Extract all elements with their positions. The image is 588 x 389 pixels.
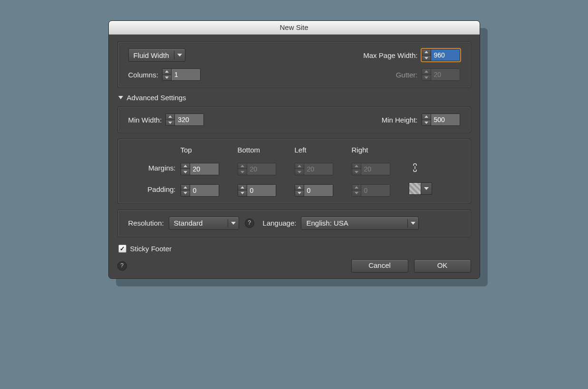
col-bottom: Bottom [238,146,295,154]
stepper-down-icon [352,169,361,175]
advanced-settings-label: Advanced Settings [127,94,186,102]
language-value: English: USA [306,219,348,227]
dialog-title: New Site [109,21,480,35]
stepper-down-icon[interactable] [163,75,171,81]
stepper-up-icon [238,163,247,169]
stepper-up-icon[interactable] [181,185,190,190]
padding-left-stepper[interactable] [295,184,333,197]
gutter-label: Gutter: [396,71,418,79]
swatch-icon [409,183,421,194]
stepper-up-icon[interactable] [181,163,190,169]
stepper-up-icon [422,69,431,75]
margin-bottom-input [247,163,276,175]
divider [174,51,174,59]
margin-top-input[interactable] [190,163,219,175]
padding-left-input[interactable] [304,185,333,196]
min-height-input[interactable] [431,114,460,125]
padding-top-stepper[interactable] [181,184,219,197]
padding-label: Padding: [128,185,181,193]
layout-panel: Fluid Width Max Page Width: Columns: [117,41,471,88]
advanced-settings-toggle[interactable]: Advanced Settings [118,94,471,102]
stepper-up-icon[interactable] [422,114,431,120]
min-width-label: Min Width: [128,116,162,124]
resolution-label: Resolution: [128,219,164,227]
margins-label: Margins: [128,164,181,172]
locale-panel: Resolution: Standard ? Language: English… [117,209,471,237]
sticky-footer-checkbox[interactable]: ✓ Sticky Footer [118,245,172,253]
stepper-down-icon [352,190,361,196]
gutter-stepper [422,68,460,81]
margin-right-stepper [352,163,390,175]
gutter-input [431,69,460,80]
chevron-down-icon [231,222,236,225]
divider [407,219,408,228]
padding-top-input[interactable] [190,185,219,196]
margin-left-input [304,163,333,175]
stepper-up-icon [352,185,361,190]
link-margins-icon[interactable] [409,161,421,174]
min-height-stepper[interactable] [422,114,460,126]
ok-button[interactable]: OK [414,259,471,273]
resolution-value: Standard [174,219,203,227]
min-height-label: Min Height: [382,116,418,124]
cancel-button[interactable]: Cancel [351,259,408,273]
max-page-width-input[interactable] [431,49,460,61]
stepper-up-icon[interactable] [163,69,171,75]
margin-bottom-stepper [238,163,276,175]
padding-right-stepper [352,184,390,197]
stepper-up-icon[interactable] [166,114,174,120]
new-site-dialog: New Site Fluid Width Max Page Width: [108,20,480,279]
stepper-up-icon[interactable] [238,185,247,190]
margins-panel: Top Bottom Left Right Margins: Padding: [117,139,471,204]
chevron-down-icon [424,187,429,190]
padding-bottom-input[interactable] [247,185,276,196]
language-label: Language: [263,219,297,227]
dialog-help-icon[interactable]: ? [117,261,127,271]
padding-fill-dropdown[interactable] [409,182,432,195]
sticky-footer-label: Sticky Footer [130,245,172,253]
min-width-input[interactable] [175,114,203,125]
stepper-up-icon[interactable] [295,185,304,190]
margin-right-input [361,163,390,175]
stepper-down-icon[interactable] [238,190,247,196]
stepper-down-icon [238,169,247,175]
stepper-down-icon [295,169,304,175]
stepper-down-icon [422,75,431,81]
columns-stepper[interactable] [162,68,201,81]
stepper-down-icon[interactable] [181,169,190,175]
padding-bottom-stepper[interactable] [238,184,276,197]
stepper-down-icon[interactable] [181,190,190,196]
language-dropdown[interactable]: English: USA [301,217,419,230]
checkbox-icon: ✓ [118,245,126,253]
triangle-down-icon [118,96,123,99]
advanced-panel: Min Width: Min Height: [117,106,471,133]
stepper-down-icon[interactable] [295,190,304,196]
min-width-stepper[interactable] [165,114,204,126]
col-left: Left [295,146,352,154]
stepper-down-icon[interactable] [422,55,431,61]
col-top: Top [181,146,238,154]
stepper-up-icon [295,163,304,169]
padding-right-input [361,185,390,196]
max-page-width-stepper[interactable] [422,49,460,61]
columns-label: Columns: [128,71,158,79]
col-right: Right [352,146,409,154]
margin-left-stepper [295,163,333,175]
chevron-down-icon [411,222,415,225]
stepper-down-icon[interactable] [422,120,431,126]
margin-top-stepper[interactable] [181,163,219,175]
divider [228,219,228,228]
chevron-down-icon [177,54,182,57]
resolution-dropdown[interactable]: Standard [169,217,239,230]
stepper-up-icon[interactable] [422,49,431,55]
resolution-help-icon[interactable]: ? [245,218,254,228]
stepper-down-icon[interactable] [166,120,174,126]
width-mode-value: Fluid Width [134,51,169,59]
width-mode-dropdown[interactable]: Fluid Width [128,48,185,62]
max-page-width-label: Max Page Width: [363,51,417,59]
stepper-up-icon [352,163,361,169]
columns-input[interactable] [172,69,200,80]
